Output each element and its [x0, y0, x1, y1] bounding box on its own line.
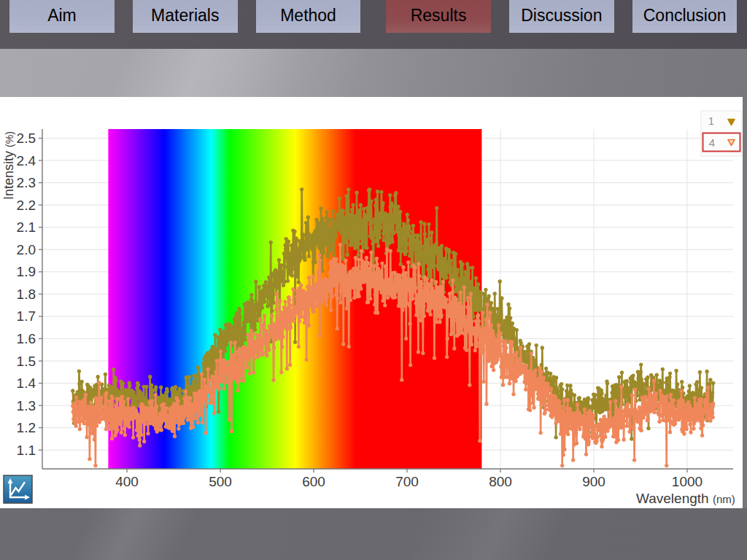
- svg-text:2.5: 2.5: [17, 131, 36, 146]
- svg-text:Intensity (%): Intensity (%): [1, 131, 16, 200]
- svg-text:1.2: 1.2: [17, 420, 36, 435]
- svg-text:Wavelength (nm): Wavelength (nm): [636, 491, 735, 506]
- svg-text:1: 1: [708, 114, 714, 127]
- svg-text:900: 900: [582, 474, 605, 489]
- svg-text:1.7: 1.7: [17, 308, 36, 324]
- svg-text:800: 800: [489, 474, 512, 489]
- svg-text:1.4: 1.4: [17, 376, 36, 391]
- svg-text:2.2: 2.2: [17, 198, 36, 213]
- svg-text:1.8: 1.8: [17, 287, 36, 302]
- svg-text:500: 500: [209, 474, 232, 489]
- svg-text:1.3: 1.3: [17, 398, 36, 413]
- svg-text:2.4: 2.4: [17, 153, 36, 168]
- svg-text:2.0: 2.0: [17, 242, 36, 257]
- svg-text:600: 600: [302, 474, 325, 489]
- svg-text:400: 400: [115, 474, 139, 489]
- svg-text:1.5: 1.5: [17, 354, 36, 369]
- svg-text:2.3: 2.3: [17, 175, 36, 190]
- svg-text:1.1: 1.1: [17, 443, 36, 458]
- svg-text:2.1: 2.1: [17, 219, 36, 235]
- svg-text:4: 4: [709, 136, 715, 149]
- svg-text:700: 700: [395, 474, 419, 489]
- svg-text:1.6: 1.6: [17, 331, 36, 346]
- svg-text:1.9: 1.9: [17, 264, 36, 279]
- svg-text:1000: 1000: [672, 474, 703, 489]
